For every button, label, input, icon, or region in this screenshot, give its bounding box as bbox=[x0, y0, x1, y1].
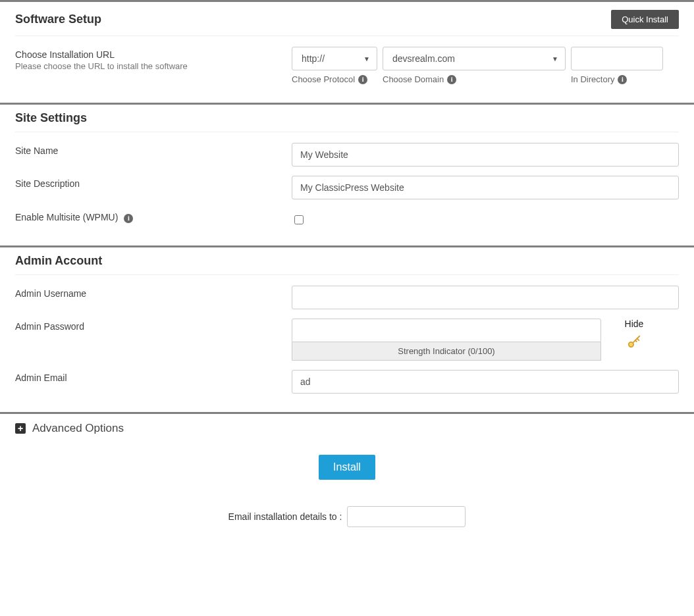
info-icon[interactable]: i bbox=[358, 75, 367, 84]
site-name-label: Site Name bbox=[15, 145, 292, 156]
quick-install-button[interactable]: Quick Install bbox=[611, 10, 679, 29]
domain-value: devsrealm.com bbox=[392, 53, 455, 64]
section-divider bbox=[0, 245, 694, 247]
site-description-input[interactable] bbox=[292, 176, 679, 199]
domain-sublabel: Choose Domain bbox=[383, 74, 444, 84]
choose-url-label: Choose Installation URL bbox=[15, 49, 292, 60]
admin-email-input[interactable] bbox=[292, 370, 679, 394]
advanced-options-title: Advanced Options bbox=[32, 422, 124, 435]
site-settings-header: Site Settings bbox=[15, 111, 679, 132]
software-setup-title: Software Setup bbox=[15, 13, 101, 26]
admin-email-label: Admin Email bbox=[15, 372, 292, 383]
multisite-checkbox[interactable] bbox=[294, 215, 304, 224]
section-divider bbox=[0, 412, 694, 414]
hide-password-toggle[interactable]: Hide bbox=[614, 319, 654, 329]
info-icon[interactable]: i bbox=[447, 75, 456, 84]
info-icon[interactable]: i bbox=[618, 75, 627, 84]
info-icon[interactable]: i bbox=[124, 214, 133, 223]
admin-account-header: Admin Account bbox=[15, 254, 679, 275]
install-button[interactable]: Install bbox=[319, 455, 375, 480]
email-details-label: Email installation details to : bbox=[228, 511, 342, 522]
admin-username-label: Admin Username bbox=[15, 288, 292, 299]
protocol-sublabel: Choose Protocol bbox=[292, 74, 355, 84]
expand-icon[interactable]: + bbox=[15, 423, 26, 434]
admin-username-input[interactable] bbox=[292, 286, 679, 309]
multisite-label: Enable Multisite (WPMU) bbox=[15, 212, 118, 222]
directory-sublabel: In Directory bbox=[571, 74, 614, 84]
protocol-select[interactable]: http:// ▼ bbox=[292, 47, 377, 70]
choose-url-hint: Please choose the URL to install the sof… bbox=[15, 61, 292, 71]
domain-select[interactable]: devsrealm.com ▼ bbox=[383, 47, 566, 70]
section-divider bbox=[0, 103, 694, 105]
key-icon[interactable] bbox=[627, 334, 641, 351]
password-strength-indicator: Strength Indicator (0/100) bbox=[292, 342, 601, 361]
protocol-value: http:// bbox=[302, 53, 325, 64]
section-divider bbox=[0, 0, 694, 2]
software-setup-header: Software Setup Quick Install bbox=[15, 10, 679, 36]
chevron-down-icon: ▼ bbox=[552, 55, 558, 63]
directory-input[interactable] bbox=[571, 47, 663, 70]
chevron-down-icon: ▼ bbox=[363, 55, 370, 63]
admin-password-input[interactable] bbox=[292, 319, 601, 342]
admin-account-title: Admin Account bbox=[15, 254, 102, 268]
admin-password-label: Admin Password bbox=[15, 321, 292, 332]
site-settings-title: Site Settings bbox=[15, 111, 87, 125]
site-name-input[interactable] bbox=[292, 143, 679, 167]
site-description-label: Site Description bbox=[15, 178, 292, 189]
email-details-input[interactable] bbox=[347, 506, 466, 527]
